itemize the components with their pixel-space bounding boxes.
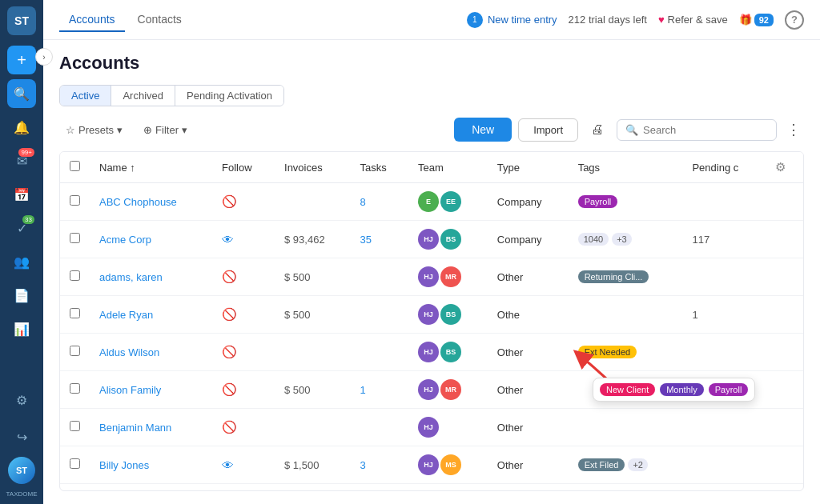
trial-text: 212 trial days left [569,14,647,26]
tag[interactable]: Ext Filed [578,458,625,471]
sidebar-item-tasks[interactable]: ✓ 33 [7,214,36,242]
row-checkbox[interactable] [70,270,80,281]
client-name-link[interactable]: Adele Ryan [99,309,153,321]
filter-button[interactable]: ⊕ Filter ▾ [135,120,195,140]
filter-tabs-row: Active Archived Pending Activation [59,85,804,106]
row-team-cell: HJJS [408,484,488,492]
presets-button[interactable]: ☆ Presets ▾ [59,120,129,140]
follow-icon[interactable]: 🚫 [222,345,237,358]
tag-plus[interactable]: +2 [628,458,648,471]
client-name-link[interactable]: Alison Family [99,384,161,396]
sidebar-item-search[interactable]: 🔍 [7,79,36,108]
sidebar-item-docs[interactable]: 📄 [7,281,36,310]
row-invoices-cell [275,183,350,221]
new-time-entry-label: New time entry [488,14,557,26]
client-name-link[interactable]: Billy Jones [99,459,149,471]
help-button[interactable]: ? [785,10,804,30]
follow-icon[interactable]: 👁 [222,233,234,246]
team-avatars: HJMR [418,266,478,287]
sidebar-item-bell[interactable]: 🔔 [7,113,36,142]
new-time-entry-button[interactable]: 1 New time entry [467,12,557,28]
row-name-cell: Adele Ryan [90,296,212,334]
table-row: Aldus Wilson🚫HJBSOtherExt Needed [60,334,803,371]
tasks-link[interactable]: 3 [360,459,366,471]
team-avatar: HJ [418,229,439,250]
import-button[interactable]: Import [518,118,578,142]
client-name-link[interactable]: adams, karen [99,271,163,283]
row-name-cell: Acme Corp [90,221,212,258]
more-options-button[interactable]: ⋮ [783,121,804,138]
team-avatar: HJ [418,266,439,287]
sidebar-item-exit[interactable]: ↪ [7,422,36,451]
row-tags-cell: 1040+3 [569,221,683,258]
sidebar-item-people[interactable]: 👥 [7,247,36,276]
follow-icon[interactable]: 🚫 [222,270,237,283]
tab-archived[interactable]: Archived [111,86,175,106]
popup-tag-monthly[interactable]: Monthly [660,383,704,396]
row-tags-cell: Returning Cli... [569,258,683,296]
nav-badge: 92 [754,14,774,26]
filter-label: Filter [155,124,179,136]
tag[interactable]: Payroll [578,195,618,208]
client-name-link[interactable]: ABC Chophouse [99,196,177,208]
tab-contacts[interactable]: Contacts [128,8,191,32]
tab-active[interactable]: Active [60,86,111,106]
client-name-link[interactable]: Acme Corp [99,234,151,246]
row-checkbox-cell [60,371,90,409]
follow-icon[interactable]: 🚫 [222,307,237,321]
tag[interactable]: Ext Needed [578,346,637,358]
row-name-cell: Bob Sideshow [90,484,212,492]
row-pending-cell: 117 [682,221,766,258]
follow-icon[interactable]: 🚫 [222,382,237,396]
row-checkbox[interactable] [70,458,80,469]
sidebar-item-add[interactable]: + [7,46,36,74]
team-avatars: HJMS [418,454,478,475]
new-button[interactable]: New [454,118,512,142]
tab-accounts[interactable]: Accounts [59,8,125,32]
row-follow-cell: 🚫 [212,258,275,296]
avatar[interactable]: ST [8,457,35,484]
popup-tag-new-client[interactable]: New Client [600,383,655,396]
sidebar-toggle[interactable]: › [35,48,53,66]
follow-icon[interactable]: 👁 [222,458,234,472]
tasks-link[interactable]: 8 [360,196,366,208]
client-name-link[interactable]: Aldus Wilson [99,346,159,358]
row-checkbox[interactable] [70,195,80,206]
search-input[interactable] [643,124,768,136]
follow-icon[interactable]: 🚫 [222,420,237,434]
row-checkbox[interactable] [70,383,80,394]
action-row: ☆ Presets ▾ ⊕ Filter ▾ New Import 🖨 🔍 ⋮ [59,118,804,142]
sidebar-item-reports[interactable]: 📊 [7,314,36,343]
select-all-checkbox[interactable] [70,161,80,171]
sidebar-item-calendar[interactable]: 📅 [7,180,36,209]
top-nav: Accounts Contacts 1 New time entry 212 t… [43,0,820,40]
sidebar-item-inbox[interactable]: ✉ 99+ [7,146,36,175]
print-icon[interactable]: 🖨 [585,119,610,140]
row-checkbox-cell [60,296,90,334]
team-avatar: BS [440,229,461,250]
presets-label: Presets [78,124,114,136]
nav-right: 1 New time entry 212 trial days left ♥ R… [467,10,804,30]
gift-badge[interactable]: 🎁 92 [739,14,774,26]
client-name-link[interactable]: Benjamin Mann [99,422,171,434]
col-name[interactable]: Name ↑ [90,152,212,183]
team-avatars: HJBS [418,342,478,362]
team-avatar: HJ [418,379,439,400]
row-checkbox[interactable] [70,233,80,243]
popup-tag-payroll[interactable]: Payroll [709,383,749,396]
row-invoices-cell: $ 1,500 [275,446,350,484]
follow-icon[interactable]: 🚫 [222,194,237,208]
row-tags: Returning Cli... [578,270,673,283]
tag[interactable]: Returning Cli... [578,270,649,283]
row-checkbox[interactable] [70,308,80,318]
tasks-link[interactable]: 35 [360,234,372,246]
row-checkbox[interactable] [70,421,80,431]
row-checkbox[interactable] [70,346,80,356]
tag-plus[interactable]: +3 [612,233,632,246]
sidebar-item-settings[interactable]: ⚙ [7,386,36,414]
row-type-cell: Other [488,334,569,371]
refer-save-button[interactable]: ♥ Refer & save [658,14,728,26]
col-settings[interactable]: ⚙ [766,152,803,183]
tab-pending-activation[interactable]: Pending Activation [175,86,283,106]
tasks-link[interactable]: 1 [360,384,366,396]
